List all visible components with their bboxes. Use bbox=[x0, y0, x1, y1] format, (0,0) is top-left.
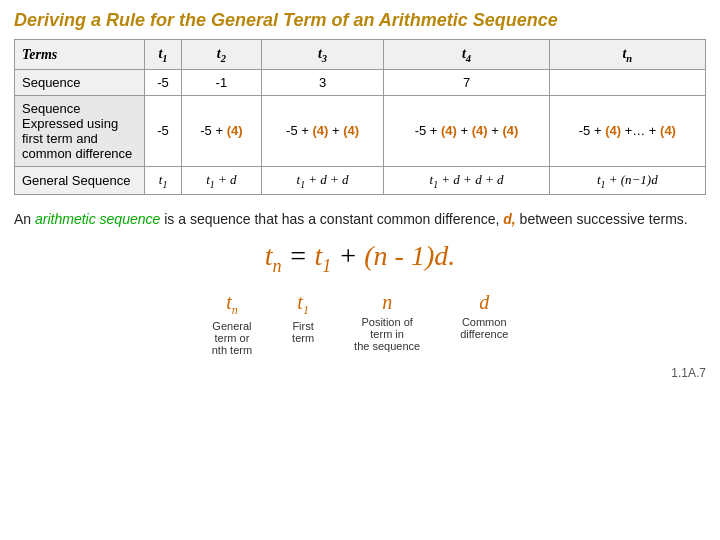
legend-item-t1: t1 Firstterm bbox=[292, 291, 314, 356]
formula-display: tn = t1 + (n - 1)d. bbox=[265, 240, 456, 271]
seq-val-4: 7 bbox=[384, 69, 549, 95]
legend-desc-d: Commondifference bbox=[460, 316, 508, 340]
terms-header: Terms bbox=[22, 47, 57, 62]
desc-text-middle: is a sequence that has a constant common… bbox=[160, 211, 503, 227]
table-header-row: Terms t1 t2 t3 t4 tn bbox=[15, 40, 706, 70]
legend-row: tn Generalterm ornth term t1 Firstterm n… bbox=[14, 291, 706, 356]
gen-seq-val-2: t1 + d bbox=[182, 166, 262, 195]
seq-val-1: -5 bbox=[145, 69, 182, 95]
formula-n1: (n - 1) bbox=[364, 240, 434, 271]
t4-header: t4 bbox=[462, 46, 471, 61]
t2-header: t2 bbox=[217, 46, 226, 61]
legend-item-tn: tn Generalterm ornth term bbox=[212, 291, 252, 356]
general-seq-label: General Sequence bbox=[15, 166, 145, 195]
sequence-row-label: Sequence bbox=[15, 69, 145, 95]
formula-tn: tn bbox=[265, 240, 282, 271]
gen-seq-val-3: t1 + d + d bbox=[261, 166, 384, 195]
desc-text-before: An bbox=[14, 211, 35, 227]
formula-d: d. bbox=[434, 240, 455, 271]
col-header-t4: t4 bbox=[384, 40, 549, 70]
main-table: Terms t1 t2 t3 t4 tn Sequence -5 -1 3 7 … bbox=[14, 39, 706, 195]
formula-container: tn = t1 + (n - 1)d. bbox=[14, 240, 706, 277]
legend-symbol-n: n bbox=[354, 291, 420, 314]
seq-expr-label: Sequence Expressed using first term and … bbox=[15, 95, 145, 166]
col-header-t3: t3 bbox=[261, 40, 384, 70]
col-header-t1: t1 bbox=[145, 40, 182, 70]
arithmetic-sequence-highlight: arithmetic sequence bbox=[35, 211, 160, 227]
seq-val-2: -1 bbox=[182, 69, 262, 95]
table-row: Sequence Expressed using first term and … bbox=[15, 95, 706, 166]
col-header-tn: tn bbox=[549, 40, 705, 70]
legend-desc-tn: Generalterm ornth term bbox=[212, 320, 252, 356]
legend-symbol-d: d bbox=[460, 291, 508, 314]
seq-expr-val-3: -5 + (4) + (4) bbox=[261, 95, 384, 166]
d-highlight: d, bbox=[503, 211, 515, 227]
seq-expr-val-2: -5 + (4) bbox=[182, 95, 262, 166]
legend-desc-t1: Firstterm bbox=[292, 320, 314, 344]
table-row: Sequence -5 -1 3 7 bbox=[15, 69, 706, 95]
col-header-t2: t2 bbox=[182, 40, 262, 70]
desc-text-after: between successive terms. bbox=[516, 211, 688, 227]
t3-header: t3 bbox=[318, 46, 327, 61]
table-row: General Sequence t1 t1 + d t1 + d + d t1… bbox=[15, 166, 706, 195]
seq-expr-val-1: -5 bbox=[145, 95, 182, 166]
footer-text: 1.1A.7 bbox=[14, 366, 706, 380]
gen-seq-val-4: t1 + d + d + d bbox=[384, 166, 549, 195]
seq-expr-val-4: -5 + (4) + (4) + (4) bbox=[384, 95, 549, 166]
seq-val-3: 3 bbox=[261, 69, 384, 95]
legend-symbol-t1: t1 bbox=[292, 291, 314, 318]
formula-plus: + bbox=[331, 240, 364, 271]
legend-symbol-tn: tn bbox=[212, 291, 252, 318]
description-text: An arithmetic sequence is a sequence tha… bbox=[14, 209, 706, 230]
col-header-label: Terms bbox=[15, 40, 145, 70]
seq-expr-val-n: -5 + (4) +… + (4) bbox=[549, 95, 705, 166]
gen-seq-val-n: t1 + (n−1)d bbox=[549, 166, 705, 195]
seq-val-n bbox=[549, 69, 705, 95]
legend-item-n: n Position ofterm inthe sequence bbox=[354, 291, 420, 356]
formula-t1: t1 bbox=[315, 240, 332, 271]
t1-header: t1 bbox=[158, 46, 167, 61]
formula-equals: = bbox=[282, 240, 315, 271]
page-title: Deriving a Rule for the General Term of … bbox=[14, 10, 706, 31]
legend-item-d: d Commondifference bbox=[460, 291, 508, 356]
legend-desc-n: Position ofterm inthe sequence bbox=[354, 316, 420, 352]
tn-header: tn bbox=[622, 46, 632, 61]
gen-seq-val-1: t1 bbox=[145, 166, 182, 195]
